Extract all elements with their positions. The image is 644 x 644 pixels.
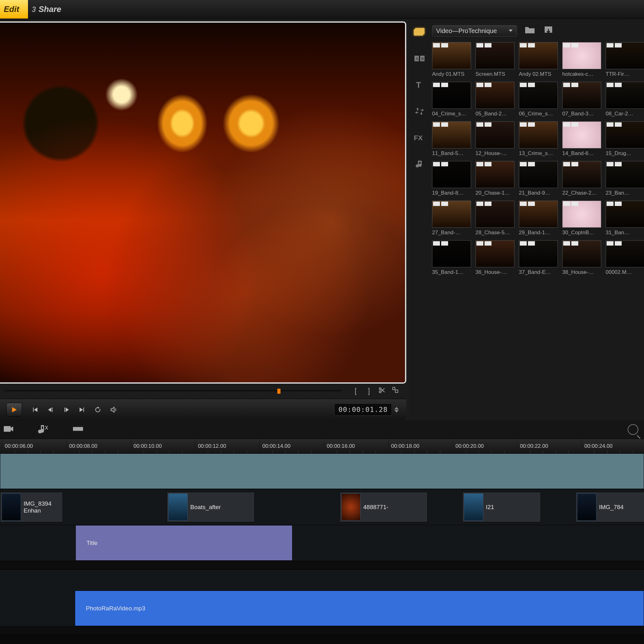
tl-tool-record[interactable] [3, 424, 14, 435]
frame-forward-button[interactable] [61, 404, 72, 415]
timecode-up-icon[interactable] [394, 407, 399, 409]
clip-thumbnail [606, 82, 644, 109]
clip-type-badge-icon [563, 241, 570, 246]
clip-thumbnail [432, 240, 471, 267]
library-clip[interactable]: Screen.MTS [475, 42, 516, 77]
library-add-folder-button[interactable] [525, 26, 536, 36]
overlay-clip[interactable]: I21 [462, 492, 541, 522]
library-tab-fx[interactable]: FX [413, 132, 426, 143]
step-tab-share[interactable]: 3 Share [28, 0, 70, 19]
timeline-tracks: IMG_8394 EnhanBoats_after4888771-I21IMG_… [0, 453, 644, 635]
library-clip[interactable]: 14_Band-6… [562, 121, 603, 157]
library-clip[interactable]: 35_Band-1… [432, 240, 473, 275]
timeline-ruler[interactable]: 00:00:06.0000:00:08.0000:00:10.0000:00:1… [0, 439, 644, 453]
library-tab-audio[interactable] [413, 158, 426, 170]
library-clip[interactable]: 23_Ban… [606, 161, 644, 196]
library-clip[interactable]: 08_Car-2… [606, 82, 644, 117]
library-clip[interactable]: 19_Band-8… [432, 161, 473, 196]
library-clip[interactable]: 15_Drug… [606, 121, 644, 157]
svg-text:FX: FX [414, 134, 423, 142]
clip-filename: 22_Chase-2… [562, 190, 603, 196]
library-clip[interactable]: 04_Crime_s… [432, 82, 473, 117]
library-clip[interactable]: 37_Band-E… [519, 240, 560, 275]
library-clip[interactable]: 28_Chase-5… [475, 201, 516, 236]
audio-clip-label: PhotoRaRaVideo.mp3 [86, 605, 145, 612]
library-clip[interactable]: 38_House-… [562, 240, 603, 275]
overlay-clip[interactable]: 4888771- [340, 492, 428, 522]
library-import-button[interactable] [543, 26, 555, 36]
clip-type-badge-icon [520, 122, 527, 127]
library-clip[interactable]: 13_Crime_s… [519, 121, 560, 157]
clip-filename: 28_Chase-5… [475, 230, 516, 236]
expand-button[interactable] [391, 386, 400, 396]
library-tab-media[interactable] [413, 26, 426, 38]
library-clip[interactable]: 30_CopInB… [562, 201, 603, 236]
clip-thumbnail [475, 121, 514, 148]
scrub-knob[interactable] [277, 389, 280, 394]
go-end-button[interactable] [77, 404, 87, 415]
track-overlay[interactable]: IMG_8394 EnhanBoats_after4888771-I21IMG_… [0, 489, 644, 525]
library-category-tabs: AB T FX [409, 22, 430, 420]
overlay-clip[interactable]: IMG_784 [575, 492, 644, 522]
go-start-button[interactable] [30, 404, 40, 415]
timecode-display[interactable]: 00:00:01.28 [334, 403, 392, 416]
clip-filename: 27_Band-… [432, 230, 473, 236]
clip-thumbnail [606, 121, 644, 148]
track-audio[interactable]: PhotoRaRaVideo.mp3 [0, 591, 644, 626]
clip-thumbnail [475, 161, 514, 188]
library-clip[interactable]: 22_Chase-2… [562, 161, 603, 196]
preview-panel: [ ] 00:00:01.28 [0, 19, 409, 420]
library-clip[interactable]: 31_Ban… [606, 201, 644, 236]
library-clip[interactable]: 07_Band-3… [562, 82, 603, 117]
library-clip[interactable]: hotcakes-c… [562, 42, 603, 77]
library-clip[interactable]: 05_Band-2… [475, 82, 516, 117]
clip-filename: 07_Band-3… [562, 111, 603, 117]
step-tab-edit[interactable]: Edit [0, 0, 28, 19]
clip-type-badge-icon [563, 162, 570, 166]
timecode-down-icon[interactable] [394, 410, 399, 413]
clip-thumbnail [341, 493, 361, 521]
library-clip[interactable]: Andy 01.MTS [432, 42, 473, 77]
library-tab-title[interactable]: T [413, 79, 426, 91]
clip-filename: hotcakes-c… [562, 71, 603, 77]
overlay-clip[interactable]: Boats_after [167, 492, 255, 522]
library-clip[interactable]: 21_Band-9… [519, 161, 560, 196]
tl-tool-clip-options[interactable] [72, 425, 84, 435]
library-folder-dropdown[interactable]: Video—ProTechnique [432, 25, 517, 36]
library-clip[interactable]: 27_Band-… [432, 201, 473, 236]
mark-out-button[interactable]: ] [364, 386, 374, 396]
video-clip-main[interactable] [0, 453, 644, 489]
library-thumbnail-grid: Andy 01.MTSScreen.MTSAndy 02.MTShotcakes… [430, 40, 644, 278]
tl-zoom-button[interactable] [628, 424, 638, 435]
clip-type-badge-icon [607, 43, 613, 47]
library-tab-graphics[interactable] [413, 106, 426, 117]
play-button[interactable] [6, 403, 22, 417]
transport-bar: 00:00:01.28 [0, 399, 406, 420]
library-clip[interactable]: 11_Band-5… [432, 121, 473, 157]
library-clip[interactable]: 36_House-… [475, 240, 516, 275]
tl-tool-audio-mixer[interactable] [37, 424, 49, 435]
library-toolbar: Video—ProTechnique [430, 22, 644, 40]
library-clip[interactable]: Andy 02.MTS [519, 42, 560, 77]
clip-type-badge-icon [476, 83, 483, 87]
library-clip[interactable]: 20_Chase-1… [475, 161, 516, 196]
track-title[interactable]: Title [0, 525, 644, 561]
overlay-clip[interactable]: IMG_8394 Enhan [0, 492, 63, 522]
library-tab-transitions[interactable]: AB [413, 53, 426, 64]
library-clip[interactable]: 12_House-… [475, 121, 516, 157]
scrub-bar[interactable] [4, 390, 341, 392]
audio-clip[interactable]: PhotoRaRaVideo.mp3 [75, 591, 644, 626]
preview-viewport[interactable] [0, 21, 406, 384]
library-clip[interactable]: 06_Crime_s… [519, 82, 560, 117]
library-clip[interactable]: 00002.M… [606, 240, 644, 275]
title-clip[interactable]: Title [75, 525, 292, 561]
split-clip-button[interactable] [377, 386, 387, 396]
mark-in-button[interactable]: [ [351, 386, 360, 396]
volume-button[interactable] [108, 404, 119, 415]
timecode-stepper[interactable] [394, 407, 400, 413]
track-video[interactable] [0, 453, 644, 489]
library-clip[interactable]: 29_Band-1… [519, 201, 560, 236]
frame-back-button[interactable] [45, 404, 56, 415]
loop-button[interactable] [92, 404, 103, 415]
library-clip[interactable]: TTR-Fir… [606, 42, 644, 77]
